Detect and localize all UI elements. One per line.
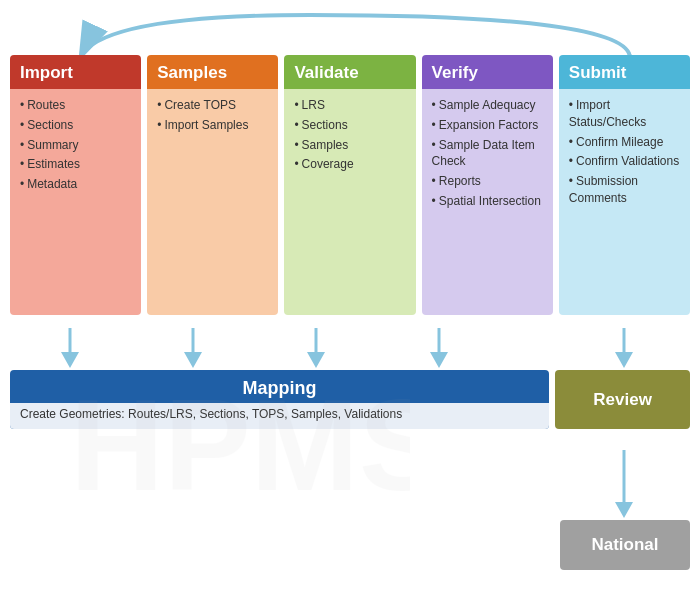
col-body-submit: Import Status/ChecksConfirm MileageConfi…: [559, 89, 690, 315]
diagram-container: ImportRoutesSectionsSummaryEstimatesMeta…: [0, 0, 700, 592]
list-item: Import Samples: [157, 117, 268, 134]
col-import: ImportRoutesSectionsSummaryEstimatesMeta…: [10, 55, 141, 315]
list-item: Confirm Validations: [569, 153, 680, 170]
mapping-box: Mapping Create Geometries: Routes/LRS, S…: [10, 370, 549, 429]
col-body-validate: LRSSectionsSamplesCoverage: [284, 89, 415, 315]
col-title-import: Import: [20, 63, 131, 83]
national-box: National: [560, 520, 690, 570]
workflow-columns: ImportRoutesSectionsSummaryEstimatesMeta…: [10, 55, 690, 315]
list-item: Spatial Intersection: [432, 193, 543, 210]
col-title-samples: Samples: [157, 63, 268, 83]
list-item: Sections: [20, 117, 131, 134]
mapping-title: Mapping: [10, 370, 549, 403]
col-list-validate: LRSSectionsSamplesCoverage: [294, 97, 405, 173]
col-validate: ValidateLRSSectionsSamplesCoverage: [284, 55, 415, 315]
col-body-verify: Sample AdequacyExpansion FactorsSample D…: [422, 89, 553, 315]
svg-marker-12: [615, 352, 633, 368]
col-title-submit: Submit: [569, 63, 680, 83]
list-item: LRS: [294, 97, 405, 114]
national-title: National: [591, 535, 658, 555]
list-item: Confirm Mileage: [569, 134, 680, 151]
review-title: Review: [593, 390, 652, 410]
list-item: Sections: [294, 117, 405, 134]
col-body-import: RoutesSectionsSummaryEstimatesMetadata: [10, 89, 141, 315]
list-item: Create TOPS: [157, 97, 268, 114]
svg-marker-4: [61, 352, 79, 368]
list-item: Samples: [294, 137, 405, 154]
col-list-import: RoutesSectionsSummaryEstimatesMetadata: [20, 97, 131, 193]
col-list-submit: Import Status/ChecksConfirm MileageConfi…: [569, 97, 680, 207]
col-header-submit: Submit: [559, 55, 690, 89]
list-item: Sample Data Item Check: [432, 137, 543, 171]
list-item: Import Status/Checks: [569, 97, 680, 131]
list-item: Metadata: [20, 176, 131, 193]
col-samples: SamplesCreate TOPSImport Samples: [147, 55, 278, 315]
svg-marker-6: [184, 352, 202, 368]
col-title-verify: Verify: [432, 63, 543, 83]
col-title-validate: Validate: [294, 63, 405, 83]
list-item: Sample Adequacy: [432, 97, 543, 114]
svg-marker-14: [615, 502, 633, 518]
svg-marker-10: [430, 352, 448, 368]
list-item: Expansion Factors: [432, 117, 543, 134]
col-header-validate: Validate: [284, 55, 415, 89]
list-item: Submission Comments: [569, 173, 680, 207]
col-submit: SubmitImport Status/ChecksConfirm Mileag…: [559, 55, 690, 315]
svg-marker-8: [307, 352, 325, 368]
mapping-subtitle: Create Geometries: Routes/LRS, Sections,…: [10, 403, 549, 429]
review-box: Review: [555, 370, 690, 429]
list-item: Summary: [20, 137, 131, 154]
col-header-samples: Samples: [147, 55, 278, 89]
list-item: Coverage: [294, 156, 405, 173]
bottom-row: Mapping Create Geometries: Routes/LRS, S…: [10, 370, 690, 429]
col-list-verify: Sample AdequacyExpansion FactorsSample D…: [432, 97, 543, 210]
col-header-verify: Verify: [422, 55, 553, 89]
col-verify: VerifySample AdequacyExpansion FactorsSa…: [422, 55, 553, 315]
col-list-samples: Create TOPSImport Samples: [157, 97, 268, 134]
col-header-import: Import: [10, 55, 141, 89]
col-body-samples: Create TOPSImport Samples: [147, 89, 278, 315]
list-item: Reports: [432, 173, 543, 190]
list-item: Estimates: [20, 156, 131, 173]
list-item: Routes: [20, 97, 131, 114]
